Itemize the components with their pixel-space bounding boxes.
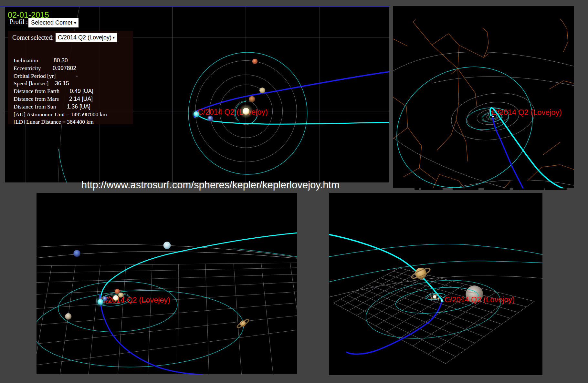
svg-text:C/2014 Q2 (Lovejoy): C/2014 Q2 (Lovejoy) [445,295,515,304]
svg-text:C/2014 Q2 (Lovejoy): C/2014 Q2 (Lovejoy) [100,296,170,304]
svg-text:C/2014 Q2 (Lovejoy): C/2014 Q2 (Lovejoy) [492,108,562,117]
svg-text:C/2014 Q2 (Lovejoy): C/2014 Q2 (Lovejoy) [198,108,268,116]
